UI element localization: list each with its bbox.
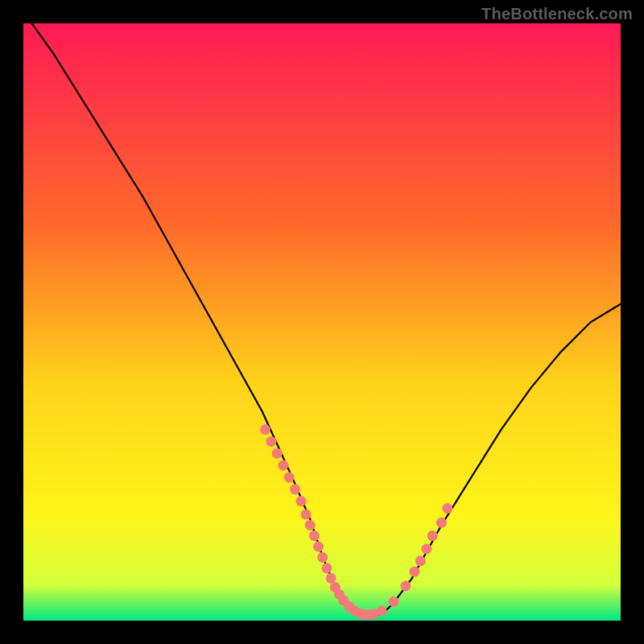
highlight-dot xyxy=(377,606,387,617)
bottleneck-curve xyxy=(23,23,621,615)
highlight-dot xyxy=(266,436,276,447)
highlight-dot xyxy=(415,555,426,566)
highlight-dot xyxy=(389,597,399,607)
highlight-dot xyxy=(278,460,288,471)
highlight-dot xyxy=(313,542,324,552)
highlight-dot xyxy=(317,552,328,563)
watermark-text: TheBottleneck.com xyxy=(481,5,633,23)
highlight-dots xyxy=(260,424,452,620)
highlight-dot xyxy=(442,503,452,514)
highlight-dot xyxy=(436,518,447,528)
curve-layer xyxy=(23,23,621,621)
highlight-dot xyxy=(309,530,320,541)
highlight-dot xyxy=(296,496,307,506)
highlight-dot xyxy=(290,484,300,494)
highlight-dot xyxy=(301,509,312,519)
highlight-dot xyxy=(260,424,270,435)
highlight-dot xyxy=(284,472,295,482)
highlight-dot xyxy=(427,530,438,541)
highlight-dot xyxy=(272,448,283,459)
highlight-dot xyxy=(305,520,316,530)
highlight-dot xyxy=(326,573,336,584)
highlight-dot xyxy=(410,567,420,577)
highlight-dot xyxy=(321,563,332,573)
highlight-dot xyxy=(400,581,411,592)
highlight-dot xyxy=(421,544,431,555)
chart-frame: TheBottleneck.com xyxy=(0,0,644,644)
plot-area xyxy=(23,23,621,621)
